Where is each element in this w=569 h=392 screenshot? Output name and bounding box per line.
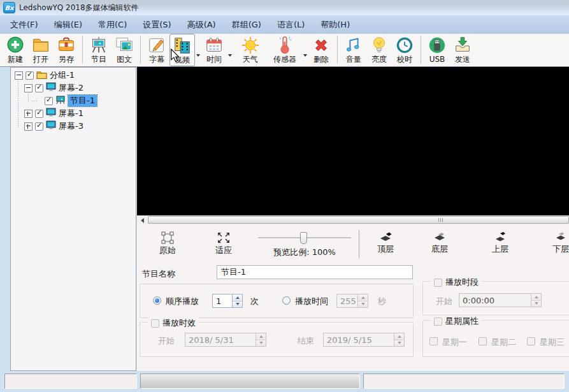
validity-end-date[interactable]: 2019/ 5/15 (323, 333, 405, 347)
tree-item-screen-1[interactable]: 屏幕-1 (24, 107, 83, 120)
program-button[interactable]: 节目 (86, 34, 112, 66)
delete-button[interactable]: 删除 (308, 34, 334, 66)
period-start-time[interactable]: 0:00:00 (459, 293, 542, 307)
pencil-page-icon (147, 36, 166, 55)
tree-item-group-1[interactable]: 分组-1 (15, 69, 75, 82)
tree-item-screen-2[interactable]: 屏幕-2 (24, 82, 83, 94)
checkbox[interactable] (45, 97, 53, 105)
top-layer-button[interactable]: 顶层 (368, 231, 403, 255)
scroll-left-arrow[interactable] (137, 216, 147, 224)
expand-icon[interactable] (24, 122, 32, 131)
tuesday-checkbox[interactable] (479, 337, 487, 345)
monday-checkbox[interactable] (429, 337, 438, 345)
send-button[interactable]: 发送 (450, 34, 475, 66)
tuesday-label: 星期二 (491, 337, 516, 348)
bottom-layer-icon (422, 231, 457, 243)
subtitle-button[interactable]: 字幕 (144, 34, 169, 66)
spin-up-button[interactable] (394, 333, 404, 340)
bottom-layer-button[interactable]: 底层 (422, 231, 457, 255)
checkbox[interactable] (25, 71, 34, 80)
expand-icon[interactable] (24, 110, 32, 118)
spin-up-button[interactable] (358, 294, 368, 301)
scrollbar-thumb[interactable] (148, 216, 569, 224)
play-period-group: 播放时段 开始 0:00:00 (422, 281, 569, 316)
zoom-slider[interactable] (258, 231, 351, 244)
easel-icon (89, 36, 108, 55)
week-attribute-checkbox[interactable] (434, 317, 442, 326)
wednesday-label: 星期三 (540, 337, 565, 348)
save-as-button[interactable]: 另存 (54, 34, 79, 66)
tree-item-screen-3[interactable]: 屏幕-3 (24, 120, 83, 133)
screen-tree-panel: 分组-1 屏幕-2 节目-1 屏幕-1 屏幕-3 (10, 67, 136, 371)
checkbox[interactable] (35, 122, 43, 131)
play-period-checkbox[interactable] (434, 279, 442, 287)
menu-help[interactable]: 帮助(H) (315, 16, 355, 34)
image-text-button[interactable]: 图文 (112, 34, 137, 66)
top-layer-icon (368, 231, 403, 243)
pictures-icon (115, 36, 134, 55)
sensor-dropdown-caret[interactable] (302, 44, 308, 66)
monitor-icon (46, 82, 56, 94)
period-start-label: 开始 (436, 296, 452, 307)
spin-up-button[interactable] (233, 294, 242, 301)
tree-line (18, 79, 18, 127)
upper-layer-button[interactable]: 上层 (482, 231, 518, 255)
spin-down-button[interactable] (256, 340, 266, 347)
time-dropdown-caret[interactable] (227, 44, 233, 66)
lower-layer-button[interactable]: 下层 (543, 231, 569, 255)
play-count-spinner[interactable]: 1 (212, 294, 243, 308)
week-attribute-group: 星期属性 星期一 星期二 星期三 (422, 320, 569, 357)
briefcase-icon (57, 36, 76, 55)
clock-icon (395, 36, 414, 55)
wednesday-checkbox[interactable] (527, 337, 535, 345)
menu-edit[interactable]: 编辑(E) (49, 16, 87, 34)
zoom-slider-wrap: 预览比例: 100% (258, 231, 351, 258)
menu-common[interactable]: 常用(C) (93, 16, 132, 34)
play-duration-spinner[interactable]: 255 (336, 294, 368, 308)
fit-button[interactable]: 适应 (206, 231, 241, 256)
tree-line (32, 101, 37, 101)
times-unit-label: 次 (250, 296, 259, 307)
spin-down-button[interactable] (394, 340, 404, 347)
preview-canvas[interactable] (137, 67, 569, 215)
validity-start-date[interactable]: 2018/ 5/31 (185, 333, 266, 347)
weather-button[interactable]: 天气 (233, 34, 268, 66)
sequential-play-radio[interactable] (153, 296, 161, 305)
new-button[interactable]: 新建 (3, 34, 28, 66)
video-dropdown-caret[interactable] (195, 44, 201, 66)
menu-group[interactable]: 群组(G) (227, 16, 266, 34)
menu-settings[interactable]: 设置(S) (138, 16, 176, 34)
spin-down-button[interactable] (531, 301, 541, 307)
app-logo-icon: Bx (3, 2, 15, 13)
checkbox[interactable] (35, 110, 43, 118)
original-size-button[interactable]: 原始 (150, 231, 185, 256)
spin-down-button[interactable] (358, 301, 368, 308)
time-button[interactable]: 时间 (201, 34, 227, 66)
sequential-play-label: 顺序播放 (166, 296, 199, 307)
usb-button[interactable]: USB (424, 34, 450, 66)
time-sync-button[interactable]: 校时 (392, 34, 417, 66)
menu-language[interactable]: 语言(L) (272, 16, 310, 34)
status-cell-right (363, 374, 565, 389)
sensor-button[interactable]: 传感器 (268, 34, 302, 66)
spin-up-button[interactable] (531, 294, 541, 301)
collapse-icon[interactable] (24, 84, 32, 92)
checkbox[interactable] (35, 84, 43, 92)
music-notes-icon (344, 36, 363, 55)
brightness-button[interactable]: 亮度 (366, 34, 392, 66)
open-button[interactable]: 打开 (28, 34, 54, 66)
menu-file[interactable]: 文件(F) (5, 16, 43, 34)
program-name-input[interactable] (217, 265, 413, 279)
spin-up-button[interactable] (256, 333, 266, 340)
status-cell-left (4, 374, 137, 389)
tree-item-program-1[interactable]: 节目-1 (45, 94, 97, 107)
spin-down-button[interactable] (233, 301, 242, 308)
zoom-slider-thumb[interactable] (300, 232, 307, 244)
play-validity-checkbox[interactable] (151, 319, 159, 328)
volume-button[interactable]: 音量 (341, 34, 366, 66)
open-folder-icon (31, 36, 50, 55)
scrollbar-grip (438, 218, 443, 222)
menu-advanced[interactable]: 高级(A) (182, 16, 221, 34)
collapse-icon[interactable] (15, 71, 23, 80)
play-duration-radio[interactable] (282, 296, 291, 305)
